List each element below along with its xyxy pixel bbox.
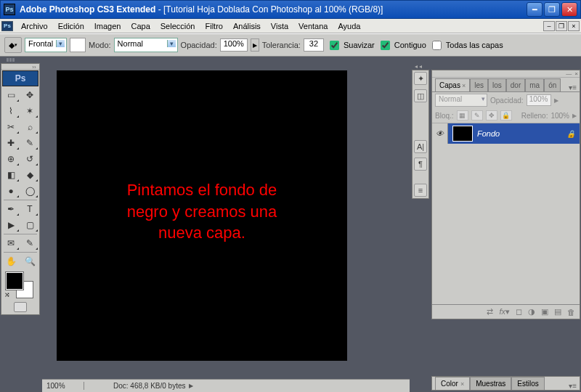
notes-tool[interactable]: ✉ bbox=[1, 235, 20, 251]
menu-archivo[interactable]: Archivo bbox=[16, 20, 53, 32]
fill-label: Relleno: bbox=[521, 112, 548, 120]
foreground-color-swatch[interactable] bbox=[6, 272, 23, 290]
minimize-button[interactable]: ━ bbox=[527, 2, 543, 17]
history-brush-tool[interactable]: ↺ bbox=[20, 151, 39, 167]
panel-minimize-icon[interactable]: — bbox=[566, 70, 572, 77]
layer-fill-field[interactable]: 100% bbox=[550, 112, 569, 120]
layer-blend-mode-dropdown[interactable]: Normal bbox=[435, 94, 487, 107]
tab-historia[interactable]: dor bbox=[506, 78, 525, 91]
marquee-tool[interactable]: ▭ bbox=[1, 87, 20, 103]
antialias-checkbox[interactable]: Suavizar bbox=[327, 38, 375, 52]
character-icon[interactable]: A| bbox=[414, 140, 427, 153]
contiguous-checkbox[interactable]: Contiguo bbox=[378, 38, 426, 52]
delete-layer-icon[interactable]: 🗑 bbox=[567, 308, 575, 317]
menu-capa[interactable]: Capa bbox=[126, 20, 155, 32]
shape-tool[interactable]: ▢ bbox=[20, 217, 39, 233]
crop-tool[interactable]: ✂ bbox=[1, 119, 20, 135]
3d-view-dropdown[interactable]: Frontal bbox=[25, 38, 67, 52]
path-select-tool[interactable]: ▶ bbox=[1, 217, 20, 233]
layer-thumbnail[interactable] bbox=[452, 126, 473, 142]
dock-collapse-arrows[interactable]: ◂◂ bbox=[412, 63, 426, 70]
all-layers-checkbox[interactable]: Todas las capas bbox=[429, 38, 503, 52]
tab-canales[interactable]: les bbox=[470, 78, 488, 91]
eraser-tool[interactable]: ◧ bbox=[1, 167, 20, 183]
lock-position-icon[interactable]: ✥ bbox=[486, 110, 497, 121]
menu-ventana[interactable]: Ventana bbox=[293, 20, 333, 32]
maximize-button[interactable]: ❐ bbox=[544, 2, 560, 17]
mdi-restore-button[interactable]: ❐ bbox=[556, 21, 567, 31]
pen-tool[interactable]: ✒ bbox=[1, 201, 20, 217]
panel-menu-icon[interactable]: ▾≡ bbox=[569, 83, 577, 91]
stamp-tool[interactable]: ⊕ bbox=[1, 151, 20, 167]
color-panel-menu-icon[interactable]: ▾≡ bbox=[569, 382, 577, 390]
navigator-icon[interactable]: ✦ bbox=[414, 72, 427, 85]
menu-seleccion[interactable]: Selección bbox=[155, 20, 200, 32]
quick-select-tool[interactable]: ✶ bbox=[20, 103, 39, 119]
toolbox-grip[interactable] bbox=[0, 57, 20, 63]
swap-colors-icon[interactable]: ⤭ bbox=[4, 291, 10, 298]
new-layer-icon[interactable]: ▤ bbox=[554, 307, 561, 317]
panel-close-icon[interactable]: × bbox=[574, 70, 578, 77]
tolerance-field[interactable]: 32 bbox=[304, 38, 324, 52]
blend-mode-dropdown[interactable]: Normal bbox=[114, 38, 178, 52]
layer-name-label[interactable]: Fondo bbox=[477, 129, 566, 138]
healing-tool[interactable]: ✚ bbox=[1, 135, 20, 151]
zoom-level-field[interactable]: 100% bbox=[42, 382, 84, 390]
opacity-flyout-icon[interactable]: ▶ bbox=[554, 97, 558, 104]
toolbox-handle[interactable]: ›› bbox=[1, 64, 39, 70]
menu-edicion[interactable]: Edición bbox=[53, 20, 89, 32]
paragraph-icon[interactable]: ¶ bbox=[414, 158, 427, 171]
link-layers-icon[interactable]: ⇄ bbox=[487, 307, 493, 317]
ps-logo: Ps bbox=[2, 70, 38, 86]
type-tool[interactable]: T bbox=[20, 201, 39, 217]
fill-swatch[interactable] bbox=[70, 38, 86, 52]
lock-pixels-icon[interactable]: ✎ bbox=[471, 110, 483, 121]
tab-estilos[interactable]: Estilos bbox=[511, 377, 544, 390]
mdi-minimize-button[interactable]: – bbox=[543, 21, 555, 31]
menu-filtro[interactable]: Filtro bbox=[200, 20, 227, 32]
brushes-icon[interactable]: ≡ bbox=[414, 184, 427, 197]
opacity-flyout[interactable]: ▶ bbox=[251, 38, 259, 52]
brush-tool[interactable]: ✎ bbox=[20, 135, 39, 151]
menu-imagen[interactable]: Imagen bbox=[89, 20, 126, 32]
slice-tool[interactable]: ⌕ bbox=[20, 119, 39, 135]
tab-info[interactable]: ón bbox=[544, 78, 561, 91]
opacity-field[interactable]: 100% bbox=[220, 38, 248, 52]
layer-opacity-field[interactable]: 100% bbox=[527, 94, 551, 106]
quick-mask-toggle[interactable] bbox=[1, 300, 39, 314]
mdi-close-button[interactable]: × bbox=[568, 21, 580, 31]
layers-panel: —× Capas× les los dor ma ón ▾≡ Normal Op… bbox=[431, 70, 580, 319]
adjustment-layer-icon[interactable]: ◑ bbox=[528, 307, 535, 317]
status-flyout[interactable]: ▶ bbox=[189, 383, 193, 389]
tab-muestras[interactable]: Muestras bbox=[470, 377, 511, 390]
app-menu-icon[interactable]: Ps bbox=[1, 21, 13, 31]
lasso-tool[interactable]: ⌇ bbox=[1, 103, 20, 119]
menu-analisis[interactable]: Análisis bbox=[228, 20, 266, 32]
close-button[interactable]: ✕ bbox=[561, 2, 577, 17]
new-group-icon[interactable]: ▣ bbox=[541, 307, 548, 317]
tab-capas[interactable]: Capas× bbox=[435, 78, 470, 91]
layer-visibility-icon[interactable]: 👁 bbox=[432, 123, 448, 144]
layer-mask-icon[interactable]: ◻ bbox=[516, 307, 522, 317]
canvas[interactable]: Pintamos el fondo de negro y creamos una… bbox=[57, 70, 347, 361]
menu-vista[interactable]: Vista bbox=[266, 20, 293, 32]
dodge-tool[interactable]: ◯ bbox=[20, 183, 39, 199]
layers-footer: ⇄ fx▾ ◻ ◑ ▣ ▤ 🗑 bbox=[432, 304, 580, 319]
tab-acciones[interactable]: ma bbox=[525, 78, 544, 91]
histogram-icon[interactable]: ◫ bbox=[414, 89, 427, 102]
fill-flyout-icon[interactable]: ▶ bbox=[572, 113, 577, 119]
bucket-tool[interactable]: ◆ bbox=[20, 167, 39, 183]
tool-preset-picker[interactable]: ◆▾ bbox=[4, 37, 22, 53]
hand-tool[interactable]: ✋ bbox=[1, 253, 20, 269]
layer-row-fondo[interactable]: 👁 Fondo 🔒 bbox=[432, 123, 580, 144]
lock-all-icon[interactable]: 🔒 bbox=[500, 110, 512, 121]
lock-transparency-icon[interactable]: ▦ bbox=[457, 110, 468, 121]
eyedropper-tool[interactable]: ✎ bbox=[20, 235, 39, 251]
tab-trazados[interactable]: los bbox=[488, 78, 506, 91]
menu-ayuda[interactable]: Ayuda bbox=[333, 20, 365, 32]
zoom-tool[interactable]: 🔍 bbox=[20, 253, 39, 269]
layer-style-icon[interactable]: fx▾ bbox=[499, 307, 510, 317]
blur-tool[interactable]: ● bbox=[1, 183, 20, 199]
move-tool[interactable]: ✥ bbox=[20, 87, 39, 103]
tab-color[interactable]: Color× bbox=[435, 377, 470, 390]
